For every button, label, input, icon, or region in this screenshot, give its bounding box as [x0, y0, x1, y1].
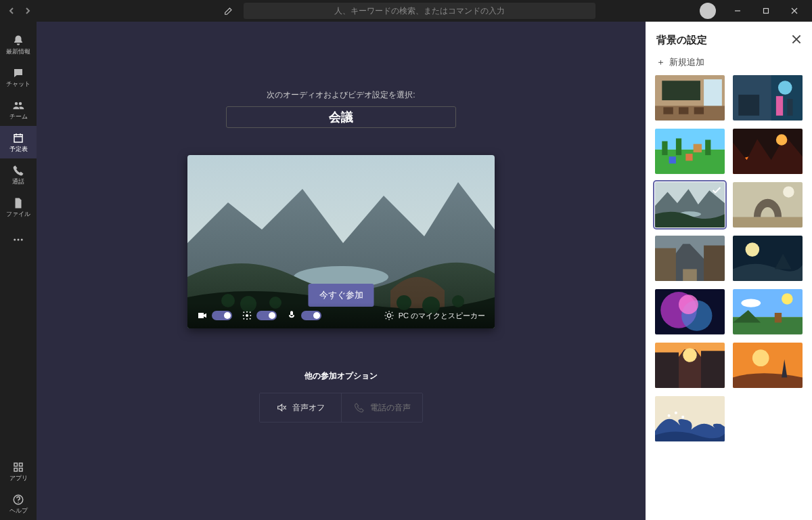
bg-thumb-mountain-valley[interactable] — [655, 182, 725, 228]
gear-icon[interactable] — [384, 310, 394, 321]
bg-thumb-great-wave[interactable] — [655, 396, 725, 441]
svg-point-1 — [14, 239, 16, 241]
svg-rect-42 — [685, 154, 692, 160]
bg-thumb-orange-dusk[interactable] — [733, 343, 803, 388]
bg-thumb-blocky-voxel[interactable] — [655, 129, 725, 174]
device-label: PC のマイクとスピーカー — [399, 311, 485, 321]
check-icon — [711, 185, 722, 196]
stage-prompt: 次のオーディオおよびビデオ設定を選択: — [267, 89, 415, 101]
svg-point-45 — [776, 134, 787, 145]
rail-teams[interactable]: チーム — [0, 93, 37, 126]
audio-off-button[interactable]: 音声オフ — [260, 393, 341, 422]
camera-toggle[interactable] — [212, 311, 232, 320]
svg-point-16 — [250, 311, 251, 313]
svg-point-68 — [668, 414, 671, 416]
meeting-name: 会議 — [226, 106, 456, 128]
add-new-background-button[interactable]: ＋ 新規追加 — [646, 53, 812, 75]
meeting-join-stage: 次のオーディオおよびビデオ設定を選択: 会議 — [37, 22, 646, 520]
svg-point-2 — [18, 239, 20, 241]
apps-icon — [12, 461, 24, 473]
plus-icon: ＋ — [656, 56, 665, 68]
help-icon — [12, 494, 24, 506]
svg-point-69 — [675, 411, 677, 414]
search-input[interactable]: 人、キーワードの検索、またはコマンドの入力 — [244, 3, 595, 19]
svg-point-19 — [246, 311, 248, 313]
svg-rect-0 — [764, 9, 769, 14]
svg-point-15 — [243, 311, 244, 313]
background-toggle[interactable] — [256, 311, 277, 320]
svg-rect-29 — [694, 107, 704, 114]
svg-rect-41 — [705, 139, 710, 155]
nav-back-icon[interactable] — [8, 5, 15, 17]
more-icon — [12, 234, 24, 246]
camera-icon — [197, 310, 208, 321]
bg-thumb-sci-fi-room[interactable] — [733, 75, 803, 121]
rail-help[interactable]: ヘルプ — [0, 488, 37, 520]
svg-point-66 — [752, 349, 769, 366]
bg-thumb-sunset-street[interactable] — [655, 343, 725, 388]
background-settings-panel: 背景の設定 ＋ 新規追加 — [646, 22, 812, 520]
bg-thumb-classroom[interactable] — [655, 75, 725, 121]
nav-forward-icon[interactable] — [24, 5, 31, 17]
chat-icon — [12, 67, 24, 79]
background-thumbnail-grid — [646, 75, 812, 452]
rail-files[interactable]: ファイル — [0, 191, 37, 223]
rail-chat[interactable]: チャット — [0, 61, 37, 93]
svg-rect-39 — [676, 138, 681, 155]
svg-point-3 — [21, 239, 23, 241]
bg-thumb-sunny-day[interactable] — [733, 289, 803, 334]
bg-thumb-old-town[interactable] — [655, 236, 725, 281]
people-icon — [12, 100, 24, 112]
svg-rect-28 — [679, 107, 688, 114]
svg-point-32 — [778, 81, 792, 95]
svg-point-57 — [679, 295, 698, 314]
svg-rect-34 — [776, 96, 783, 116]
svg-rect-25 — [704, 79, 722, 107]
title-bar: 人、キーワードの検索、またはコマンドの入力 — [0, 0, 812, 22]
phone-audio-button[interactable]: 電話の音声 — [341, 393, 422, 422]
window-close-button[interactable] — [782, 1, 807, 20]
panel-close-button[interactable] — [792, 35, 801, 47]
svg-point-70 — [681, 415, 684, 418]
rail-calendar[interactable]: 予定表 — [0, 126, 37, 158]
svg-point-18 — [250, 318, 251, 320]
phone-icon — [12, 165, 24, 177]
svg-point-17 — [243, 318, 244, 320]
rail-apps[interactable]: アプリ — [0, 455, 37, 488]
microphone-icon — [286, 310, 297, 321]
avatar[interactable] — [700, 3, 716, 19]
svg-rect-62 — [775, 313, 782, 322]
other-options-title: 他の参加オプション — [304, 370, 378, 382]
compose-button[interactable] — [221, 3, 237, 19]
svg-point-22 — [250, 315, 251, 316]
phone-icon — [354, 402, 365, 413]
svg-rect-40 — [694, 144, 702, 152]
calendar-icon — [12, 132, 24, 144]
microphone-toggle[interactable] — [301, 311, 321, 320]
svg-point-60 — [782, 293, 792, 304]
bg-thumb-nebula[interactable] — [655, 289, 725, 334]
bg-thumb-stone-arch[interactable] — [733, 182, 803, 228]
svg-point-20 — [246, 318, 248, 320]
bg-thumb-alien-moon[interactable] — [733, 236, 803, 281]
svg-point-21 — [243, 315, 244, 316]
svg-point-14 — [246, 314, 248, 317]
app-rail: 最新情報 チャット チーム 予定表 通話 ファイル アプリ — [0, 22, 37, 520]
svg-point-61 — [741, 299, 761, 307]
svg-point-5 — [18, 502, 19, 503]
video-preview: 今すぐ参加 PC のマイクとスピーカー — [187, 155, 495, 328]
rail-calls[interactable]: 通話 — [0, 158, 37, 191]
svg-rect-35 — [787, 99, 792, 116]
rail-more[interactable] — [0, 223, 37, 256]
svg-point-64 — [683, 348, 697, 362]
close-icon — [792, 35, 801, 44]
bg-thumb-lava-realm[interactable] — [733, 129, 803, 174]
preview-controls: PC のマイクとスピーカー — [187, 303, 495, 328]
svg-rect-43 — [669, 156, 676, 163]
window-maximize-button[interactable] — [754, 1, 778, 20]
svg-rect-27 — [663, 107, 673, 114]
rail-activity[interactable]: 最新情報 — [0, 28, 37, 61]
background-blur-icon — [242, 310, 252, 321]
window-minimize-button[interactable] — [725, 1, 750, 20]
search-placeholder: 人、キーワードの検索、またはコマンドの入力 — [334, 5, 505, 17]
